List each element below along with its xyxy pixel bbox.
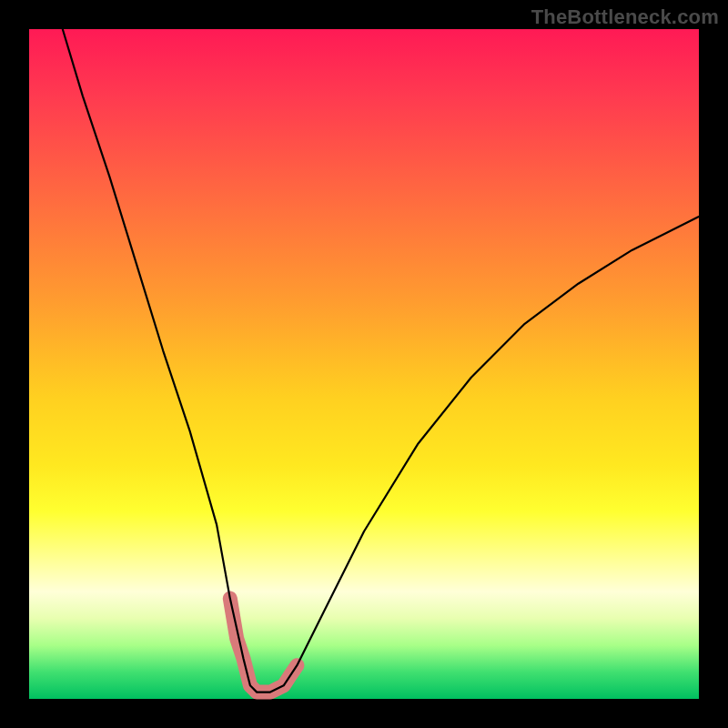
attribution-label: TheBottleneck.com [531,5,719,29]
chart-frame: TheBottleneck.com [0,0,728,728]
chart-svg [29,29,699,699]
curve-path [63,29,699,693]
chart-plot-area [29,29,699,699]
